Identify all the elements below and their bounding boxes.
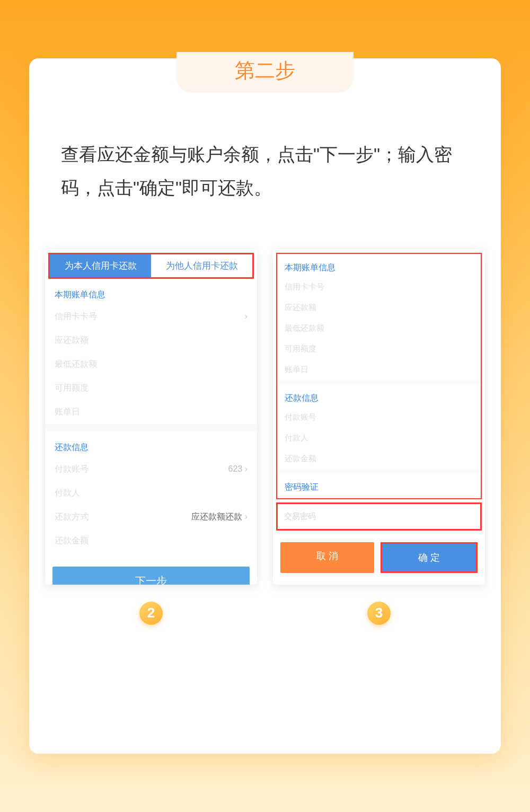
password-label: 交易密码 [284, 511, 316, 520]
field-payer: 付款人 [45, 481, 257, 505]
step-badge-3: 3 [367, 602, 391, 625]
field-value: 623 [228, 464, 243, 473]
field-label: 可用额度 [55, 383, 89, 394]
field-label: 应还款额 [285, 303, 316, 312]
step-description: 查看应还金额与账户余额，点击"下一步"；输入密码，点击"确定"即可还款。 [29, 138, 501, 205]
chevron-icon: › [245, 464, 248, 473]
section-repay-info-title: 还款信息 [277, 384, 481, 407]
field-label: 付款人 [55, 488, 80, 499]
field-label: 应还款额 [55, 335, 89, 346]
section-divider [277, 380, 481, 384]
field-bill-date: 账单日 [45, 400, 257, 424]
screenshot-3: 本期账单信息 信用卡卡号 应还款额 最低还款额 可用额度 账单日 还款信息 付款… [273, 250, 485, 585]
field-label: 信用卡卡号 [55, 311, 97, 322]
screenshots-container: 为本人信用卡还款 为他人信用卡还款 本期账单信息 信用卡卡号 › 应还款额 最低… [29, 205, 501, 625]
field-payer: 付款人 [277, 428, 481, 448]
screenshot-2: 为本人信用卡还款 为他人信用卡还款 本期账单信息 信用卡卡号 › 应还款额 最低… [45, 250, 257, 585]
field-label: 付款账号 [55, 464, 89, 475]
confirm-highlight: 确 定 [381, 542, 478, 573]
section-password-title: 密码验证 [277, 473, 481, 496]
field-due-amount: 应还款额 [45, 329, 257, 352]
field-repay-amount: 还款金额 [45, 529, 257, 553]
chevron-icon: › [245, 312, 248, 321]
section-divider [45, 424, 257, 431]
field-repay-method[interactable]: 还款方式 应还款额还款 › [45, 505, 257, 529]
field-label: 最低还款额 [285, 323, 324, 332]
field-value: 应还款额还款 [191, 512, 242, 521]
field-available: 可用额度 [277, 339, 481, 359]
tab-other-repay[interactable]: 为他人信用卡还款 [151, 254, 252, 277]
tab-self-repay[interactable]: 为本人信用卡还款 [50, 254, 151, 277]
chevron-icon: › [245, 512, 248, 521]
step-badge-2: 2 [139, 602, 163, 625]
field-available: 可用额度 [45, 376, 257, 400]
section-bill-info-title: 本期账单信息 [45, 279, 257, 305]
field-pay-account[interactable]: 付款账号 623 › [45, 457, 257, 481]
step-tab: 第二步 [176, 52, 354, 93]
info-highlight: 本期账单信息 信用卡卡号 应还款额 最低还款额 可用额度 账单日 还款信息 付款… [276, 253, 482, 499]
field-label: 付款账号 [285, 412, 316, 421]
field-label: 还款方式 [55, 511, 89, 523]
field-min-due: 最低还款额 [45, 352, 257, 376]
field-card-number: 信用卡卡号 › [45, 305, 257, 329]
field-label: 付款人 [285, 433, 308, 442]
password-input-highlight[interactable]: 交易密码 [276, 502, 482, 531]
section-divider [277, 469, 481, 473]
field-label: 还款金额 [55, 535, 89, 546]
field-card-number: 信用卡卡号 [277, 277, 481, 297]
screenshot-3-wrap: 本期账单信息 信用卡卡号 应还款额 最低还款额 可用额度 账单日 还款信息 付款… [273, 250, 485, 625]
field-label: 可用额度 [285, 344, 316, 353]
field-label: 账单日 [285, 365, 308, 374]
field-min-due: 最低还款额 [277, 318, 481, 339]
field-label: 信用卡卡号 [285, 282, 324, 291]
confirm-button[interactable]: 确 定 [382, 544, 476, 571]
button-row: 取 消 确 定 [273, 531, 485, 580]
field-bill-date: 账单日 [277, 359, 481, 380]
field-label: 还款金额 [285, 454, 316, 463]
tabs-highlight: 为本人信用卡还款 为他人信用卡还款 [48, 253, 254, 279]
cancel-button[interactable]: 取 消 [280, 542, 374, 573]
field-pay-account: 付款账号 [277, 407, 481, 428]
next-button[interactable]: 下一步 [52, 567, 250, 585]
field-label: 账单日 [55, 407, 80, 418]
instruction-card: 第二步 查看应还金额与账户余额，点击"下一步"；输入密码，点击"确定"即可还款。… [29, 58, 501, 754]
section-repay-info-title: 还款信息 [45, 431, 257, 457]
field-label: 最低还款额 [55, 359, 97, 370]
field-repay-amount: 还款金额 [277, 448, 481, 469]
screenshot-2-wrap: 为本人信用卡还款 为他人信用卡还款 本期账单信息 信用卡卡号 › 应还款额 最低… [45, 250, 257, 625]
field-due-amount: 应还款额 [277, 297, 481, 318]
section-bill-info-title: 本期账单信息 [277, 254, 481, 277]
